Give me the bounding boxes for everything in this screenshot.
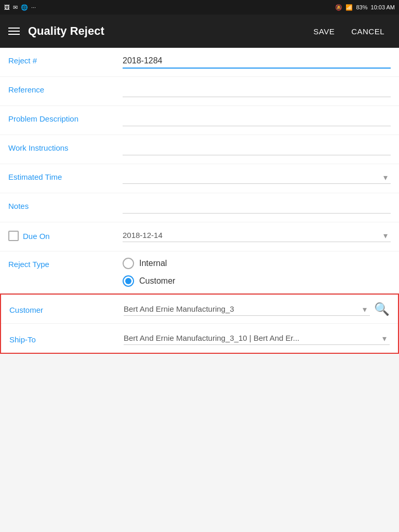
reject-type-options: Internal Customer (123, 258, 175, 287)
notes-input[interactable] (123, 200, 391, 214)
form-content: Reject # Reference Problem Description W… (0, 48, 399, 354)
due-on-checkbox[interactable] (8, 231, 19, 241)
email-icon: ✉ (13, 4, 18, 11)
reference-input[interactable] (123, 83, 391, 97)
reject-type-customer-option[interactable]: Customer (123, 275, 175, 287)
reject-type-customer-radio[interactable] (123, 275, 134, 287)
customer-input-area: Bert And Ernie Manufacturing_3 ▾ 🔍 (124, 302, 390, 316)
reject-type-internal-label: Internal (139, 259, 167, 268)
customer-row: Customer Bert And Ernie Manufacturing_3 … (1, 295, 398, 324)
hamburger-menu-icon[interactable] (8, 28, 20, 35)
estimated-time-label: Estimated Time (8, 170, 123, 181)
reject-num-input[interactable] (123, 54, 391, 69)
work-instructions-input[interactable] (123, 141, 391, 155)
reject-type-row: Reject Type Internal Customer (0, 251, 399, 294)
customer-label: Customer (9, 303, 124, 314)
ship-to-label: Ship-To (9, 333, 124, 344)
ship-to-input-area: Bert And Ernie Manufacturing_3_10 | Bert… (124, 331, 390, 345)
due-on-input-area: 2018-12-14 ▾ (123, 229, 391, 242)
customer-section: Customer Bert And Ernie Manufacturing_3 … (0, 294, 399, 354)
customer-search-icon[interactable]: 🔍 (374, 302, 390, 316)
problem-description-label: Problem Description (8, 112, 123, 123)
estimated-time-input-area: ▾ (123, 170, 391, 184)
work-instructions-input-area (123, 141, 391, 155)
globe-icon: 🌐 (21, 4, 28, 11)
work-instructions-row: Work Instructions (0, 135, 399, 164)
problem-description-row: Problem Description (0, 106, 399, 135)
battery-level: 83% (356, 4, 367, 10)
ship-to-row: Ship-To Bert And Ernie Manufacturing_3_1… (1, 324, 398, 353)
reference-label: Reference (8, 83, 123, 94)
reject-type-customer-label: Customer (139, 276, 175, 286)
ship-to-select[interactable]: Bert And Ernie Manufacturing_3_10 | Bert… (124, 331, 390, 345)
wifi-icon: 📶 (345, 4, 353, 11)
work-instructions-label: Work Instructions (8, 141, 123, 152)
estimated-time-row: Estimated Time ▾ (0, 164, 399, 193)
reject-num-label: Reject # (8, 54, 123, 65)
reject-num-input-area (123, 54, 391, 69)
app-bar-actions: SAVE CANCEL (307, 23, 391, 40)
status-bar: 🖼 ✉ 🌐 ··· 🔕 📶 83% 10:03 AM (0, 0, 399, 15)
due-on-label-area: Due On (8, 229, 123, 241)
reject-type-internal-radio[interactable] (123, 258, 134, 269)
clock: 10:03 AM (371, 4, 395, 10)
status-bar-right: 🔕 📶 83% 10:03 AM (335, 4, 395, 11)
notes-label: Notes (8, 200, 123, 210)
image-icon: 🖼 (4, 4, 10, 10)
reference-row: Reference (0, 77, 399, 106)
problem-description-input[interactable] (123, 112, 391, 126)
app-bar: Quality Reject SAVE CANCEL (0, 15, 399, 48)
save-button[interactable]: SAVE (307, 23, 341, 40)
reference-input-area (123, 83, 391, 97)
problem-description-input-area (123, 112, 391, 126)
due-on-row: Due On 2018-12-14 ▾ (0, 222, 399, 251)
notes-row: Notes (0, 193, 399, 222)
estimated-time-select[interactable] (123, 170, 391, 184)
notes-input-area (123, 200, 391, 214)
reject-type-label: Reject Type (8, 258, 123, 269)
due-on-date-wrapper: 2018-12-14 ▾ (123, 229, 391, 242)
mute-icon: 🔕 (335, 4, 342, 11)
ship-to-select-wrapper: Bert And Ernie Manufacturing_3_10 | Bert… (124, 331, 390, 345)
ellipsis-icon: ··· (31, 4, 36, 10)
estimated-time-select-wrapper: ▾ (123, 170, 391, 184)
customer-select-wrapper: Bert And Ernie Manufacturing_3 ▾ (124, 302, 370, 316)
page-title: Quality Reject (28, 24, 299, 38)
due-on-label: Due On (23, 232, 50, 241)
cancel-button[interactable]: CANCEL (345, 23, 391, 40)
customer-select[interactable]: Bert And Ernie Manufacturing_3 (124, 302, 370, 316)
reject-type-internal-option[interactable]: Internal (123, 258, 175, 269)
reject-num-row: Reject # (0, 48, 399, 77)
due-on-date-select[interactable]: 2018-12-14 (123, 229, 391, 242)
status-bar-left: 🖼 ✉ 🌐 ··· (4, 4, 36, 11)
